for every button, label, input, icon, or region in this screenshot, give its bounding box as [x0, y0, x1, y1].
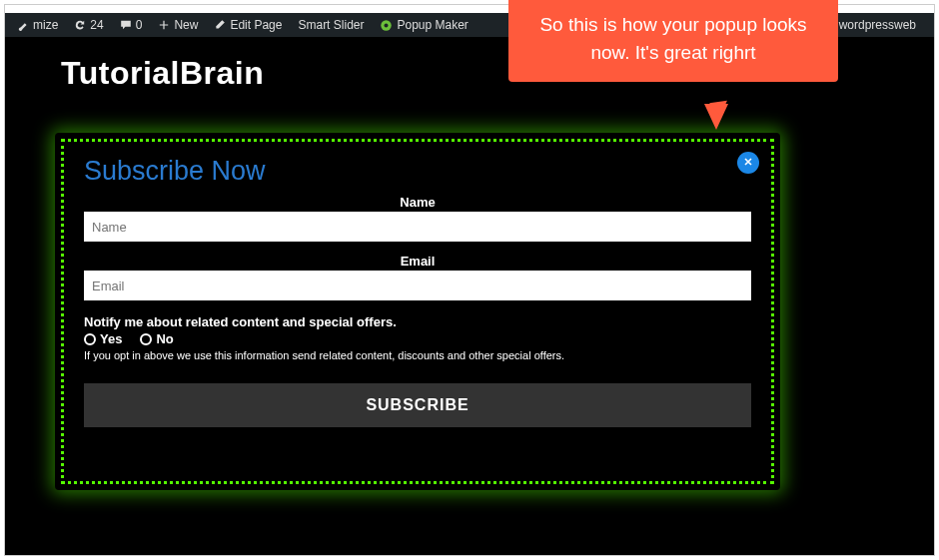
notify-heading: Notify me about related content and spec…	[84, 314, 751, 329]
new-label: New	[174, 18, 198, 32]
radio-no-label: No	[156, 331, 173, 346]
radio-no[interactable]: No	[140, 331, 173, 346]
brush-icon	[17, 19, 29, 31]
popup-maker-label: Popup Maker	[397, 18, 468, 32]
pencil-icon	[214, 19, 226, 31]
new-content-link[interactable]: New	[150, 13, 206, 37]
comment-icon	[120, 19, 132, 31]
popup-maker-icon	[380, 19, 393, 32]
subscribe-popup[interactable]: Subscribe Now Name Email Notify me about…	[61, 139, 774, 484]
comments-link[interactable]: 0	[112, 13, 151, 37]
name-input[interactable]	[84, 212, 751, 242]
edit-page-label: Edit Page	[230, 18, 282, 32]
callout-text: So this is how your popup looks now. It'…	[539, 14, 806, 63]
name-label: Name	[84, 195, 751, 210]
customize-link[interactable]: mize	[9, 13, 66, 37]
callout-tail-icon	[704, 104, 728, 130]
opt-in-fine-print: If you opt in above we use this informat…	[84, 349, 751, 361]
updates-link[interactable]: 24	[66, 13, 111, 37]
smart-slider-label: Smart Slider	[298, 18, 364, 32]
refresh-icon	[74, 19, 86, 31]
popup-title: Subscribe Now	[84, 156, 751, 187]
email-input[interactable]	[84, 271, 751, 300]
customize-label: mize	[33, 18, 58, 32]
annotation-callout: So this is how your popup looks now. It'…	[508, 0, 838, 82]
popup-container: Subscribe Now Name Email Notify me about…	[61, 139, 774, 484]
plus-icon	[158, 19, 170, 31]
close-button[interactable]	[737, 152, 759, 174]
popup-maker-link[interactable]: Popup Maker	[372, 13, 475, 37]
subscribe-button[interactable]: SUBSCRIBE	[84, 383, 751, 427]
radio-yes-label: Yes	[100, 331, 122, 346]
site-brand: TutorialBrain	[61, 55, 264, 92]
updates-count: 24	[90, 18, 103, 32]
radio-yes[interactable]: Yes	[84, 331, 122, 346]
notify-radio-group: Yes No	[84, 331, 751, 346]
radio-icon	[140, 333, 152, 345]
smart-slider-link[interactable]: Smart Slider	[290, 13, 372, 37]
svg-point-1	[385, 23, 389, 27]
comments-count: 0	[136, 18, 143, 32]
close-icon	[743, 156, 753, 170]
radio-icon	[84, 333, 96, 345]
edit-page-link[interactable]: Edit Page	[206, 13, 290, 37]
email-label: Email	[84, 254, 751, 269]
page-stage: TutorialBrain Subscribe Now Name Email N…	[5, 37, 934, 555]
